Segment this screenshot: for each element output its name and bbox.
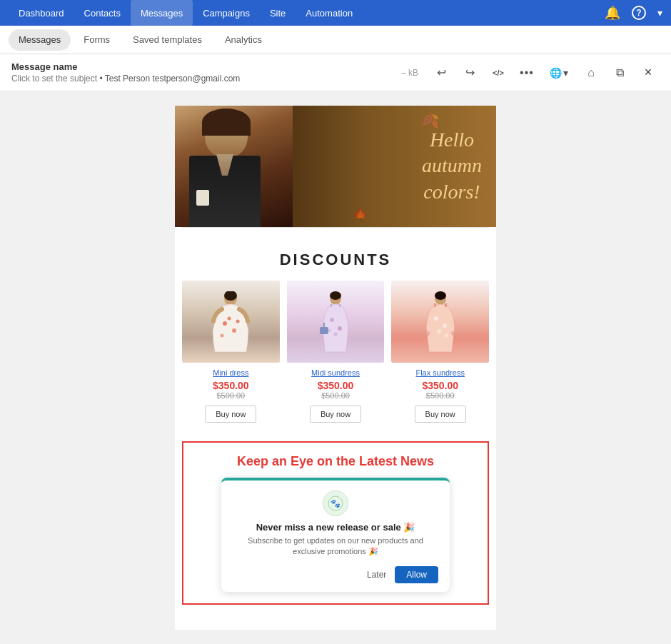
buy-button-2[interactable]: Buy now [310, 406, 361, 423]
product-price-new-1: $350.00 [182, 380, 280, 391]
language-chevron-icon: ▾ [563, 67, 568, 79]
hero-text-line3: colors! [423, 181, 480, 203]
file-size: – kB [390, 68, 430, 78]
section-divider [182, 227, 489, 228]
product-name-2[interactable]: Midi sundress [287, 368, 385, 377]
svg-point-18 [435, 291, 446, 300]
main-content-area: Hello autumn colors! 🍂 🍁 DISCOUNTS [0, 91, 671, 644]
subnav-forms[interactable]: Forms [74, 29, 120, 51]
editor-toolbar: ↩ ↪ </> ••• 🌐 ▾ ⌂ ⧉ × [430, 61, 660, 84]
product-price-old-1: $500.00 [182, 391, 280, 400]
product-name-3[interactable]: Flax sundress [391, 368, 489, 377]
product-image-1 [182, 281, 280, 363]
hero-text: Hello autumn colors! [422, 127, 482, 205]
latest-news-title: Keep an Eye on the Latest News [195, 454, 476, 469]
dropdown-icon[interactable]: ▾ [657, 7, 662, 19]
nav-campaigns[interactable]: Campaigns [193, 0, 260, 26]
hero-text-line2: autumn [422, 155, 482, 177]
latest-news-section: Keep an Eye on the Latest News 🐾 Never m… [182, 441, 489, 605]
nav-site[interactable]: Site [260, 0, 296, 26]
undo-button[interactable]: ↩ [430, 61, 453, 84]
notification-actions: Later Allow [233, 566, 438, 583]
svg-point-2 [223, 321, 227, 326]
bell-icon[interactable]: 🔔 [605, 5, 620, 21]
message-name[interactable]: Message name [11, 61, 390, 72]
product-price-old-2: $500.00 [287, 391, 385, 400]
hero-person [175, 106, 293, 227]
notification-popup: 🐾 Never miss a new release or sale 🎉 Sub… [221, 478, 450, 592]
discounts-section: DISCOUNTS [175, 236, 496, 430]
notification-icon: 🐾 [323, 490, 348, 516]
product-image-2 [287, 281, 385, 363]
globe-icon: 🌐 [550, 67, 562, 79]
product-price-new-3: $350.00 [391, 380, 489, 391]
product-image-3 [391, 281, 489, 363]
svg-point-21 [437, 329, 441, 333]
svg-point-11 [334, 333, 338, 336]
notification-body: Subscribe to get updates on our new prod… [233, 535, 438, 558]
test-button[interactable]: ⌂ [580, 61, 602, 84]
svg-point-22 [444, 334, 448, 338]
svg-point-20 [443, 323, 447, 328]
subject-value: Test Person testperson@gmail.com [105, 74, 241, 84]
svg-point-12 [328, 329, 331, 332]
svg-point-8 [330, 291, 341, 300]
svg-text:🐾: 🐾 [331, 498, 340, 508]
svg-point-4 [228, 317, 231, 321]
editor-header: Message name Click to set the subject • … [0, 54, 671, 91]
subject-separator: • [99, 74, 104, 84]
subject-label: Click to set the subject [11, 74, 97, 84]
nav-dashboard[interactable]: Dashboard [9, 0, 74, 26]
allow-button[interactable]: Allow [395, 566, 438, 583]
product-card-3: Flax sundress $350.00 $500.00 Buy now [391, 281, 489, 423]
brand-icon: 🐾 [328, 495, 343, 511]
svg-line-23 [435, 303, 435, 307]
top-navigation: Dashboard Contacts Messages Campaigns Si… [0, 0, 671, 26]
product-card-1: Mini dress $350.00 $500.00 Buy now [182, 281, 280, 423]
question-icon[interactable]: ? [632, 6, 646, 20]
email-preview: Hello autumn colors! 🍂 🍁 DISCOUNTS [175, 106, 496, 630]
message-subject[interactable]: Click to set the subject • Test Person t… [11, 74, 390, 84]
notification-title: Never miss a new release or sale 🎉 [233, 522, 438, 533]
dress-svg-1 [206, 291, 256, 363]
svg-rect-15 [320, 327, 328, 334]
nav-contacts[interactable]: Contacts [74, 0, 131, 26]
svg-point-6 [221, 334, 224, 338]
subnav-analytics[interactable]: Analytics [215, 29, 272, 51]
dress-svg-3 [415, 291, 465, 363]
language-button[interactable]: 🌐 ▾ [544, 61, 574, 84]
svg-point-19 [434, 316, 438, 321]
hero-image-section: Hello autumn colors! 🍂 🍁 [175, 106, 496, 227]
close-button[interactable]: × [637, 61, 660, 84]
hero-leaves-bottom: 🍁 [353, 208, 368, 221]
svg-point-10 [338, 326, 342, 331]
copy-button[interactable]: ⧉ [608, 61, 631, 84]
buy-button-1[interactable]: Buy now [205, 406, 256, 423]
subnav-messages[interactable]: Messages [9, 29, 71, 51]
products-grid: Mini dress $350.00 $500.00 Buy now [182, 281, 489, 423]
product-card-2: Midi sundress $350.00 $500.00 Buy now [287, 281, 385, 423]
svg-point-9 [330, 318, 334, 322]
later-button[interactable]: Later [367, 570, 386, 580]
product-price-new-2: $350.00 [287, 380, 385, 391]
code-button[interactable]: </> [487, 61, 510, 84]
nav-messages[interactable]: Messages [131, 0, 193, 26]
dress-svg-2 [311, 291, 360, 363]
hero-text-line1: Hello [430, 129, 474, 151]
sub-navigation: Messages Forms Saved templates Analytics [0, 26, 671, 54]
nav-automation[interactable]: Automation [296, 0, 363, 26]
product-price-old-3: $500.00 [391, 391, 489, 400]
hero-leaves-top: 🍂 [421, 111, 439, 129]
more-button[interactable]: ••• [515, 61, 538, 84]
redo-button[interactable]: ↪ [458, 61, 481, 84]
subnav-saved-templates[interactable]: Saved templates [123, 29, 212, 51]
discounts-title: DISCOUNTS [182, 251, 489, 269]
product-name-1[interactable]: Mini dress [182, 368, 280, 377]
svg-line-24 [445, 303, 446, 307]
buy-button-3[interactable]: Buy now [415, 406, 466, 423]
svg-point-5 [236, 320, 240, 323]
svg-point-3 [232, 328, 236, 333]
